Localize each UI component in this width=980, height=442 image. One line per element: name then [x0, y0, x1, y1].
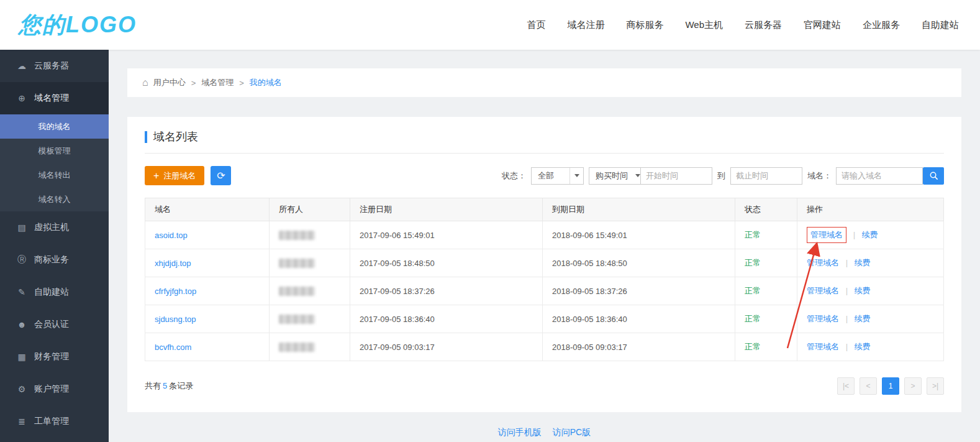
toolbar: + 注册域名 ⟳ 状态： 全部 购买时间 — [145, 166, 944, 185]
sidebar-item-work-order[interactable]: ≣ 工单管理 — [0, 405, 109, 438]
domain-link[interactable]: cfrfyjfgh.top — [155, 287, 196, 296]
nav-item-enterprise[interactable]: 企业服务 — [863, 19, 900, 31]
owner-redacted — [279, 343, 315, 352]
nav-item-domain-register[interactable]: 域名注册 — [567, 19, 604, 31]
breadcrumb-separator: > — [191, 78, 196, 88]
main-content: ⌂ 用户中心 > 域名管理 > 我的域名 域名列表 + 注册域名 ⟳ — [109, 50, 980, 442]
sidebar-item-cloud-server[interactable]: ☁ 云服务器 — [0, 50, 109, 82]
gear-icon: ⚙ — [16, 384, 27, 394]
domain-search-input[interactable] — [836, 167, 923, 185]
sidebar-item-finance[interactable]: ▦ 财务管理 — [0, 341, 109, 373]
sidebar-item-label: 域名管理 — [34, 93, 69, 104]
manage-domain-link[interactable]: 管理域名 — [807, 286, 839, 295]
pagination-next-button[interactable]: > — [904, 377, 922, 395]
time-filter-group: 购买时间 — [589, 167, 712, 185]
col-header-owner: 所有人 — [270, 198, 350, 221]
breadcrumb-domain-management[interactable]: 域名管理 — [201, 77, 234, 88]
status-filter-label: 状态： — [502, 170, 526, 182]
sidebar-subitem-domain-transfer-out[interactable]: 域名转出 — [0, 163, 109, 187]
status-select-value: 全部 — [532, 170, 569, 182]
expire-date: 2018-09-05 18:36:40 — [543, 305, 735, 333]
manage-domain-link[interactable]: 管理域名 — [807, 342, 839, 351]
breadcrumb-user-center[interactable]: 用户中心 — [153, 77, 186, 88]
pagination-page-1[interactable]: 1 — [882, 377, 899, 395]
pc-version-link[interactable]: 访问PC版 — [553, 427, 591, 437]
col-header-status: 状态 — [735, 198, 797, 221]
pagination-prev-button[interactable]: < — [860, 377, 877, 395]
pagination-last-button[interactable]: >| — [927, 377, 944, 395]
domain-link[interactable]: xhjdjdj.top — [155, 259, 191, 268]
sidebar-subitem-template-management[interactable]: 模板管理 — [0, 139, 109, 163]
chevron-down-icon — [569, 168, 583, 184]
summary-suffix: 条记录 — [169, 381, 193, 390]
col-header-expire-date: 到期日期 — [543, 198, 735, 221]
sidebar-subitem-domain-transfer-in[interactable]: 域名转入 — [0, 187, 109, 211]
sidebar-item-trademark[interactable]: Ⓡ 商标业务 — [0, 244, 109, 276]
time-type-select[interactable]: 购买时间 — [589, 167, 641, 185]
table-row: sjdusng.top 2017-09-05 18:36:40 2018-09-… — [145, 305, 944, 333]
status-select[interactable]: 全部 — [531, 167, 584, 185]
nav-item-web-hosting[interactable]: Web主机 — [685, 19, 723, 31]
renew-link[interactable]: 续费 — [855, 258, 871, 267]
action-divider: | — [853, 230, 855, 239]
renew-link[interactable]: 续费 — [855, 314, 871, 323]
status-badge: 正常 — [745, 314, 761, 323]
renew-link[interactable]: 续费 — [855, 286, 871, 295]
breadcrumb-separator: > — [239, 78, 244, 88]
domain-link[interactable]: sjdusng.top — [155, 315, 196, 324]
register-domain-button[interactable]: + 注册域名 — [145, 166, 204, 185]
manage-domain-link[interactable]: 管理域名 — [807, 314, 839, 323]
sidebar-item-account[interactable]: ⚙ 账户管理 — [0, 373, 109, 405]
table-header-row: 域名 所有人 注册日期 到期日期 状态 操作 — [145, 198, 944, 221]
end-date-input[interactable] — [730, 167, 802, 185]
domain-list-panel: 域名列表 + 注册域名 ⟳ 状态： 全部 — [127, 117, 961, 412]
plus-icon: + — [153, 171, 159, 181]
nav-item-website[interactable]: 官网建站 — [804, 19, 841, 31]
sidebar-item-label: 虚拟主机 — [34, 222, 69, 233]
nav-item-diy-site[interactable]: 自助建站 — [922, 19, 959, 31]
virtual-host-icon: ▤ — [16, 223, 27, 233]
annotation-highlight-box: 管理域名 — [807, 227, 846, 243]
to-label: 到 — [717, 170, 725, 182]
manage-domain-link[interactable]: 管理域名 — [810, 230, 843, 239]
nav-item-cloud-server[interactable]: 云服务器 — [745, 19, 782, 31]
sidebar-item-label: 商标业务 — [34, 254, 69, 265]
register-domain-label: 注册域名 — [163, 170, 196, 182]
status-badge: 正常 — [745, 286, 761, 295]
renew-link[interactable]: 续费 — [862, 230, 878, 239]
breadcrumb-my-domains[interactable]: 我的域名 — [250, 77, 282, 88]
owner-redacted — [279, 231, 315, 240]
col-header-actions: 操作 — [797, 198, 944, 221]
domain-link[interactable]: bcvfh.com — [155, 343, 191, 352]
status-badge: 正常 — [745, 258, 761, 267]
sidebar-item-domain-management[interactable]: ⊕ 域名管理 — [0, 82, 109, 114]
page-title: 域名列表 — [153, 129, 198, 144]
action-divider: | — [846, 342, 848, 351]
sidebar-item-virtual-host[interactable]: ▤ 虚拟主机 — [0, 211, 109, 244]
site-logo[interactable]: 您的LOGO — [19, 10, 137, 40]
sidebar-subitem-my-domains[interactable]: 我的域名 — [0, 114, 109, 139]
sidebar-item-label: 账户管理 — [34, 384, 69, 395]
register-date: 2017-09-05 18:37:26 — [350, 277, 543, 305]
work-order-icon: ≣ — [16, 417, 27, 426]
sidebar-item-label: 会员认证 — [34, 319, 69, 330]
register-date: 2017-09-05 09:03:17 — [350, 333, 543, 361]
owner-redacted — [279, 287, 315, 296]
manage-domain-link[interactable]: 管理域名 — [807, 258, 839, 267]
register-date: 2017-09-05 18:48:50 — [350, 249, 543, 277]
refresh-button[interactable]: ⟳ — [211, 166, 231, 185]
col-header-domain: 域名 — [145, 198, 270, 221]
pagination-first-button[interactable]: |< — [837, 377, 855, 395]
table-footer: 共有5条记录 |< < 1 > >| — [145, 377, 944, 395]
search-button[interactable] — [923, 167, 944, 185]
sidebar-item-site-builder[interactable]: ✎ 自助建站 — [0, 276, 109, 308]
renew-link[interactable]: 续费 — [855, 342, 871, 351]
summary-prefix: 共有 — [145, 381, 161, 390]
mobile-version-link[interactable]: 访问手机版 — [498, 427, 542, 437]
sidebar-item-label: 财务管理 — [34, 351, 69, 362]
start-date-input[interactable] — [640, 167, 712, 185]
nav-item-trademark[interactable]: 商标服务 — [626, 19, 663, 31]
sidebar-item-member-verification[interactable]: ☻ 会员认证 — [0, 308, 109, 341]
domain-link[interactable]: asoid.top — [155, 231, 188, 240]
nav-item-home[interactable]: 首页 — [527, 19, 545, 31]
